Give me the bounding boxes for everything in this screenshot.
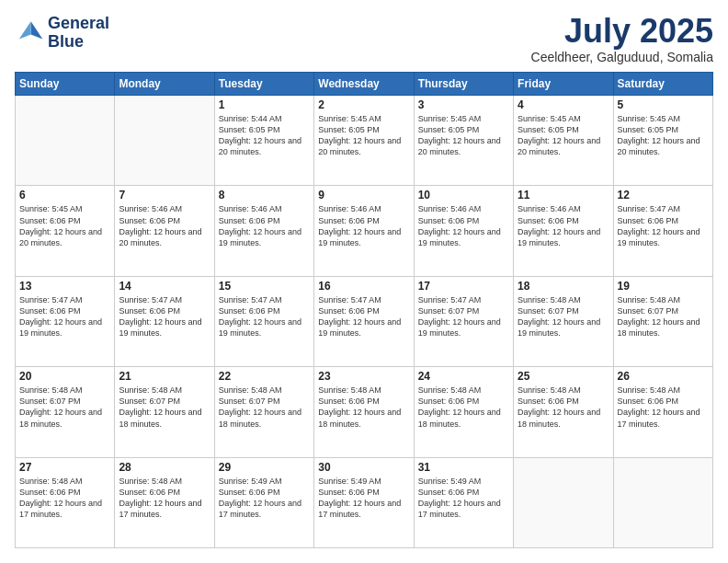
calendar-cell: 7Sunrise: 5:46 AM Sunset: 6:06 PM Daylig… [115, 186, 214, 276]
page: General Blue July 2025 Ceeldheer, Galgud… [0, 0, 728, 563]
calendar-cell [115, 96, 214, 186]
day-header-tuesday: Tuesday [214, 73, 313, 96]
calendar-cell: 31Sunrise: 5:49 AM Sunset: 6:06 PM Dayli… [414, 457, 513, 547]
day-number: 25 [518, 370, 609, 383]
day-number: 20 [19, 370, 110, 383]
day-info: Sunrise: 5:47 AM Sunset: 6:06 PM Dayligh… [19, 294, 110, 339]
day-number: 22 [219, 370, 310, 383]
day-number: 2 [318, 98, 409, 111]
calendar-cell: 17Sunrise: 5:47 AM Sunset: 6:07 PM Dayli… [414, 276, 513, 366]
calendar-week-2: 6Sunrise: 5:45 AM Sunset: 6:06 PM Daylig… [16, 186, 713, 276]
day-info: Sunrise: 5:48 AM Sunset: 6:06 PM Dayligh… [418, 385, 509, 430]
calendar-cell: 14Sunrise: 5:47 AM Sunset: 6:06 PM Dayli… [115, 276, 214, 366]
day-number: 21 [119, 370, 210, 383]
day-info: Sunrise: 5:47 AM Sunset: 6:06 PM Dayligh… [618, 203, 709, 248]
calendar-week-5: 27Sunrise: 5:48 AM Sunset: 6:06 PM Dayli… [16, 457, 713, 547]
day-number: 5 [618, 98, 709, 111]
title-block: July 2025 Ceeldheer, Galguduud, Somalia [531, 15, 713, 64]
calendar-cell: 21Sunrise: 5:48 AM Sunset: 6:07 PM Dayli… [115, 367, 214, 457]
location-subtitle: Ceeldheer, Galguduud, Somalia [531, 50, 713, 64]
day-number: 31 [418, 461, 509, 474]
day-info: Sunrise: 5:45 AM Sunset: 6:05 PM Dayligh… [518, 113, 609, 158]
day-header-wednesday: Wednesday [314, 73, 414, 96]
day-number: 11 [518, 189, 609, 201]
svg-marker-0 [31, 21, 43, 39]
day-info: Sunrise: 5:45 AM Sunset: 6:05 PM Dayligh… [418, 113, 509, 158]
calendar-cell: 25Sunrise: 5:48 AM Sunset: 6:06 PM Dayli… [514, 367, 613, 457]
day-number: 8 [219, 189, 310, 201]
calendar-cell: 5Sunrise: 5:45 AM Sunset: 6:05 PM Daylig… [613, 96, 712, 186]
calendar-week-3: 13Sunrise: 5:47 AM Sunset: 6:06 PM Dayli… [16, 276, 713, 366]
svg-marker-1 [19, 21, 31, 39]
day-number: 19 [618, 280, 709, 293]
day-info: Sunrise: 5:47 AM Sunset: 6:06 PM Dayligh… [119, 294, 210, 339]
day-header-sunday: Sunday [16, 73, 115, 96]
day-number: 17 [418, 280, 509, 293]
day-info: Sunrise: 5:45 AM Sunset: 6:06 PM Dayligh… [19, 203, 110, 248]
logo-icon [15, 18, 44, 48]
calendar-cell: 29Sunrise: 5:49 AM Sunset: 6:06 PM Dayli… [214, 457, 313, 547]
calendar-cell [514, 457, 613, 547]
day-number: 30 [318, 461, 409, 474]
day-number: 16 [318, 280, 409, 293]
day-info: Sunrise: 5:45 AM Sunset: 6:05 PM Dayligh… [318, 113, 409, 158]
day-info: Sunrise: 5:44 AM Sunset: 6:05 PM Dayligh… [219, 113, 310, 158]
calendar-cell: 9Sunrise: 5:46 AM Sunset: 6:06 PM Daylig… [314, 186, 414, 276]
day-info: Sunrise: 5:48 AM Sunset: 6:07 PM Dayligh… [618, 294, 709, 339]
day-info: Sunrise: 5:48 AM Sunset: 6:07 PM Dayligh… [219, 385, 310, 430]
calendar-cell: 12Sunrise: 5:47 AM Sunset: 6:06 PM Dayli… [613, 186, 712, 276]
calendar-cell: 2Sunrise: 5:45 AM Sunset: 6:05 PM Daylig… [314, 96, 414, 186]
day-info: Sunrise: 5:49 AM Sunset: 6:06 PM Dayligh… [318, 476, 409, 521]
day-number: 26 [618, 370, 709, 383]
logo: General Blue [15, 15, 109, 52]
day-info: Sunrise: 5:49 AM Sunset: 6:06 PM Dayligh… [418, 476, 509, 521]
calendar-cell: 16Sunrise: 5:47 AM Sunset: 6:06 PM Dayli… [314, 276, 414, 366]
calendar-cell: 1Sunrise: 5:44 AM Sunset: 6:05 PM Daylig… [214, 96, 313, 186]
calendar-cell: 23Sunrise: 5:48 AM Sunset: 6:06 PM Dayli… [314, 367, 414, 457]
day-info: Sunrise: 5:48 AM Sunset: 6:06 PM Dayligh… [119, 476, 210, 521]
day-number: 14 [119, 280, 210, 293]
day-number: 1 [219, 98, 310, 111]
day-number: 10 [418, 189, 509, 201]
day-number: 24 [418, 370, 509, 383]
calendar-cell: 6Sunrise: 5:45 AM Sunset: 6:06 PM Daylig… [16, 186, 115, 276]
day-info: Sunrise: 5:46 AM Sunset: 6:06 PM Dayligh… [119, 203, 210, 248]
calendar-cell: 8Sunrise: 5:46 AM Sunset: 6:06 PM Daylig… [214, 186, 313, 276]
calendar-cell: 30Sunrise: 5:49 AM Sunset: 6:06 PM Dayli… [314, 457, 414, 547]
day-info: Sunrise: 5:48 AM Sunset: 6:06 PM Dayligh… [618, 385, 709, 430]
day-info: Sunrise: 5:46 AM Sunset: 6:06 PM Dayligh… [518, 203, 609, 248]
day-number: 6 [19, 189, 110, 201]
calendar-cell: 11Sunrise: 5:46 AM Sunset: 6:06 PM Dayli… [514, 186, 613, 276]
calendar-cell: 15Sunrise: 5:47 AM Sunset: 6:06 PM Dayli… [214, 276, 313, 366]
calendar-week-1: 1Sunrise: 5:44 AM Sunset: 6:05 PM Daylig… [16, 96, 713, 186]
day-info: Sunrise: 5:48 AM Sunset: 6:06 PM Dayligh… [318, 385, 409, 430]
calendar-cell [16, 96, 115, 186]
calendar-cell: 4Sunrise: 5:45 AM Sunset: 6:05 PM Daylig… [514, 96, 613, 186]
day-number: 18 [518, 280, 609, 293]
calendar-header: SundayMondayTuesdayWednesdayThursdayFrid… [16, 73, 713, 96]
calendar-table: SundayMondayTuesdayWednesdayThursdayFrid… [15, 72, 713, 548]
calendar-cell: 22Sunrise: 5:48 AM Sunset: 6:07 PM Dayli… [214, 367, 313, 457]
day-header-thursday: Thursday [414, 73, 513, 96]
day-number: 12 [618, 189, 709, 201]
month-title: July 2025 [531, 15, 713, 48]
calendar-cell: 26Sunrise: 5:48 AM Sunset: 6:06 PM Dayli… [613, 367, 712, 457]
header-row: SundayMondayTuesdayWednesdayThursdayFrid… [16, 73, 713, 96]
day-info: Sunrise: 5:46 AM Sunset: 6:06 PM Dayligh… [219, 203, 310, 248]
header: General Blue July 2025 Ceeldheer, Galgud… [15, 15, 713, 64]
calendar-cell [613, 457, 712, 547]
calendar-cell: 28Sunrise: 5:48 AM Sunset: 6:06 PM Dayli… [115, 457, 214, 547]
day-number: 23 [318, 370, 409, 383]
calendar-week-4: 20Sunrise: 5:48 AM Sunset: 6:07 PM Dayli… [16, 367, 713, 457]
calendar-cell: 18Sunrise: 5:48 AM Sunset: 6:07 PM Dayli… [514, 276, 613, 366]
calendar-cell: 3Sunrise: 5:45 AM Sunset: 6:05 PM Daylig… [414, 96, 513, 186]
day-number: 9 [318, 189, 409, 201]
calendar-body: 1Sunrise: 5:44 AM Sunset: 6:05 PM Daylig… [16, 96, 713, 548]
day-number: 13 [19, 280, 110, 293]
day-info: Sunrise: 5:46 AM Sunset: 6:06 PM Dayligh… [318, 203, 409, 248]
logo-line2: Blue [48, 33, 109, 52]
day-header-friday: Friday [514, 73, 613, 96]
day-info: Sunrise: 5:47 AM Sunset: 6:06 PM Dayligh… [318, 294, 409, 339]
day-number: 15 [219, 280, 310, 293]
day-number: 28 [119, 461, 210, 474]
